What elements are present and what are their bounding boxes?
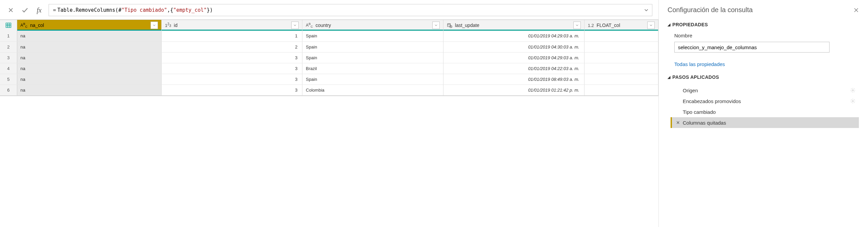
step-label: Encabezados promovidos — [683, 98, 741, 104]
column-header-na_col[interactable]: ABCna_col — [17, 20, 161, 31]
cell-last_update[interactable]: 01/01/2019 04:22:03 a. m. — [443, 63, 585, 74]
caret-icon: ◢ — [668, 23, 670, 27]
caret-icon: ◢ — [668, 75, 670, 79]
step-label: Tipo cambiado — [683, 109, 716, 115]
cell-country[interactable]: Spain — [302, 74, 443, 85]
column-header-id[interactable]: 123id — [161, 20, 302, 31]
row-index[interactable]: 6 — [0, 85, 17, 95]
cell-na_col[interactable]: na — [17, 31, 161, 41]
cell-country[interactable]: Spain — [302, 52, 443, 63]
cell-country[interactable]: Colombia — [302, 85, 443, 95]
table-row[interactable]: 4na3Brazil01/01/2019 04:22:03 a. m. — [0, 63, 658, 74]
delete-step-icon[interactable] — [676, 121, 680, 125]
data-table-container[interactable]: ABCna_col123idABCcountrylast_update1.2FL… — [0, 20, 658, 96]
cell-last_update[interactable]: 01/01/2019 01:21:42 p. m. — [443, 85, 585, 95]
table-row[interactable]: 5na3Spain01/01/2019 08:49:03 a. m. — [0, 74, 658, 85]
column-name: id — [174, 23, 289, 28]
applied-steps-list: OrigenEncabezados promovidosTipo cambiad… — [670, 85, 859, 128]
cell-na_col[interactable]: na — [17, 41, 161, 52]
svg-point-3 — [852, 90, 853, 91]
table-corner[interactable] — [0, 20, 17, 31]
applied-step[interactable]: Origen — [671, 85, 859, 96]
column-name: last_update — [455, 23, 571, 28]
cell-FLOAT_col[interactable] — [584, 52, 658, 63]
cell-FLOAT_col[interactable] — [584, 85, 658, 95]
formula-bar: fx = Table.RemoveColumns(#"Tipo cambiado… — [0, 0, 658, 20]
table-row[interactable]: 1na1Spain01/01/2019 04:29:03 a. m. — [0, 31, 658, 41]
formula-cancel-button[interactable] — [6, 5, 16, 15]
applied-steps-section-header[interactable]: ◢ PASOS APLICADOS — [668, 74, 859, 80]
applied-step[interactable]: Tipo cambiado — [671, 106, 859, 117]
row-index[interactable]: 2 — [0, 41, 17, 52]
formula-expand-button[interactable] — [643, 7, 649, 13]
cell-country[interactable]: Spain — [302, 41, 443, 52]
cell-na_col[interactable]: na — [17, 85, 161, 95]
cell-FLOAT_col[interactable] — [584, 63, 658, 74]
step-label: Columnas quitadas — [683, 120, 726, 126]
properties-section-label: PROPIEDADES — [672, 22, 708, 27]
svg-point-4 — [852, 100, 853, 102]
cell-id[interactable]: 3 — [161, 85, 302, 95]
row-index[interactable]: 3 — [0, 52, 17, 63]
column-header-last_update[interactable]: last_update — [443, 20, 585, 31]
cell-id[interactable]: 3 — [161, 74, 302, 85]
panel-title: Configuración de la consulta — [668, 6, 753, 14]
name-label: Nombre — [674, 33, 859, 38]
formula-text: Table.RemoveColumns(#"Tipo cambiado",{"e… — [57, 7, 213, 13]
column-filter-button[interactable] — [291, 22, 299, 29]
formula-accept-button[interactable] — [20, 5, 30, 15]
column-header-country[interactable]: ABCcountry — [302, 20, 443, 31]
cell-id[interactable]: 3 — [161, 63, 302, 74]
column-name: na_col — [30, 23, 148, 28]
column-filter-button[interactable] — [573, 22, 581, 29]
cell-id[interactable]: 2 — [161, 41, 302, 52]
formula-input[interactable]: = Table.RemoveColumns(#"Tipo cambiado",{… — [49, 4, 652, 16]
panel-close-button[interactable] — [853, 7, 859, 13]
query-settings-panel: Configuración de la consulta ◢ PROPIEDAD… — [659, 0, 868, 227]
cell-FLOAT_col[interactable] — [584, 74, 658, 85]
applied-step[interactable]: Columnas quitadas — [671, 117, 859, 128]
applied-step[interactable]: Encabezados promovidos — [671, 96, 859, 106]
cell-last_update[interactable]: 01/01/2019 04:29:03 a. m. — [443, 31, 585, 41]
row-index[interactable]: 1 — [0, 31, 17, 41]
type-icon: 1.2 — [588, 23, 594, 28]
table-row[interactable]: 6na3Colombia01/01/2019 01:21:42 p. m. — [0, 85, 658, 95]
column-filter-button[interactable] — [151, 22, 158, 29]
cell-last_update[interactable]: 01/01/2019 04:29:03 a. m. — [443, 52, 585, 63]
cell-FLOAT_col[interactable] — [584, 41, 658, 52]
step-settings-icon[interactable] — [850, 98, 856, 104]
type-icon: 123 — [165, 22, 171, 28]
cell-na_col[interactable]: na — [17, 63, 161, 74]
query-name-input[interactable] — [674, 42, 830, 53]
step-label: Origen — [683, 88, 698, 93]
cell-last_update[interactable]: 01/01/2019 04:30:03 a. m. — [443, 41, 585, 52]
type-icon — [447, 23, 452, 28]
table-row[interactable]: 3na3Spain01/01/2019 04:29:03 a. m. — [0, 52, 658, 63]
cell-country[interactable]: Brazil — [302, 63, 443, 74]
applied-steps-section-label: PASOS APLICADOS — [672, 74, 719, 80]
fx-icon[interactable]: fx — [34, 5, 44, 15]
cell-id[interactable]: 3 — [161, 52, 302, 63]
column-name: country — [316, 23, 430, 28]
cell-FLOAT_col[interactable] — [584, 31, 658, 41]
column-filter-button[interactable] — [432, 22, 440, 29]
cell-na_col[interactable]: na — [17, 52, 161, 63]
all-properties-link[interactable]: Todas las propiedades — [674, 61, 859, 67]
table-row[interactable]: 2na2Spain01/01/2019 04:30:03 a. m. — [0, 41, 658, 52]
column-header-FLOAT_col[interactable]: 1.2FLOAT_col — [584, 20, 658, 31]
cell-last_update[interactable]: 01/01/2019 08:49:03 a. m. — [443, 74, 585, 85]
row-index[interactable]: 5 — [0, 74, 17, 85]
step-settings-icon[interactable] — [850, 88, 856, 93]
formula-prefix: = — [53, 7, 56, 13]
cell-na_col[interactable]: na — [17, 74, 161, 85]
table-icon — [0, 20, 17, 31]
type-icon: ABC — [306, 22, 313, 28]
cell-id[interactable]: 1 — [161, 31, 302, 41]
column-filter-button[interactable] — [647, 22, 655, 29]
cell-country[interactable]: Spain — [302, 31, 443, 41]
properties-section-header[interactable]: ◢ PROPIEDADES — [668, 22, 859, 27]
svg-rect-0 — [6, 23, 11, 27]
data-table: ABCna_col123idABCcountrylast_update1.2FL… — [0, 20, 658, 96]
type-icon: ABC — [21, 22, 28, 28]
row-index[interactable]: 4 — [0, 63, 17, 74]
